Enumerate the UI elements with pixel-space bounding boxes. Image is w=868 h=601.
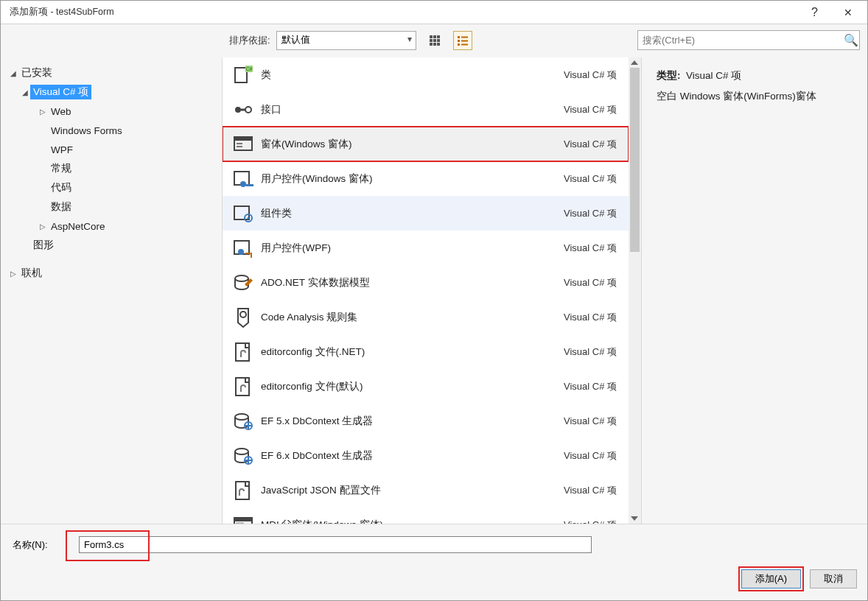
item-icon bbox=[225, 376, 261, 398]
item-label: Code Analysis 规则集 bbox=[261, 311, 564, 324]
tree-online[interactable]: ▷联机 bbox=[5, 264, 217, 283]
item-tag: Visual C# 项 bbox=[564, 311, 617, 324]
list-item[interactable]: C#类Visual C# 项 bbox=[223, 57, 629, 92]
item-tag: Visual C# 项 bbox=[564, 449, 617, 463]
item-icon bbox=[225, 133, 261, 155]
list-item[interactable]: editorconfig 文件(.NET)Visual C# 项 bbox=[223, 334, 629, 369]
svg-rect-4 bbox=[433, 39, 436, 42]
list-item[interactable]: Code Analysis 规则集Visual C# 项 bbox=[223, 300, 629, 334]
cancel-button[interactable]: 取消 bbox=[810, 569, 857, 588]
item-tag: Visual C# 项 bbox=[564, 207, 617, 220]
svg-point-37 bbox=[235, 414, 248, 420]
svg-rect-11 bbox=[458, 40, 460, 42]
svg-rect-1 bbox=[433, 35, 436, 38]
item-label: 接口 bbox=[261, 103, 564, 116]
svg-rect-23 bbox=[237, 143, 242, 144]
svg-rect-13 bbox=[458, 43, 460, 46]
item-label: ADO.NET 实体数据模型 bbox=[261, 276, 564, 289]
scrollbar[interactable] bbox=[629, 57, 641, 524]
dialog-window: 添加新项 - test4SubForm ? ✕ 排序依据: 默认值 🔍 bbox=[0, 0, 868, 601]
tree-winforms[interactable]: Windows Forms bbox=[5, 121, 217, 140]
svg-text:C#: C# bbox=[246, 66, 253, 71]
sort-select[interactable]: 默认值 bbox=[276, 31, 416, 50]
svg-point-19 bbox=[245, 107, 251, 113]
item-label: 用户控件(Windows 窗体) bbox=[261, 172, 564, 186]
tree-data[interactable]: 数据 bbox=[5, 197, 217, 217]
item-icon bbox=[225, 306, 261, 328]
item-icon bbox=[225, 514, 261, 524]
item-tag: Visual C# 项 bbox=[564, 345, 617, 359]
name-input[interactable] bbox=[79, 536, 592, 553]
list-item[interactable]: MDI 父窗体(Windows 窗体)Visual C# 项 bbox=[223, 507, 629, 524]
item-label: editorconfig 文件(.NET) bbox=[261, 345, 564, 359]
svg-rect-36 bbox=[236, 378, 249, 396]
info-panel: 类型: Visual C# 项 空白 Windows 窗体(WinForms)窗… bbox=[642, 57, 867, 524]
item-label: 用户控件(WPF) bbox=[261, 242, 564, 255]
svg-rect-28 bbox=[234, 206, 249, 219]
svg-point-33 bbox=[235, 275, 248, 281]
category-tree[interactable]: ◢已安装 ◢Visual C# 项 ▷Web Windows Forms WPF… bbox=[1, 57, 222, 524]
item-tag: Visual C# 项 bbox=[564, 380, 617, 393]
tree-wpf[interactable]: WPF bbox=[5, 140, 217, 159]
list-item[interactable]: 组件类Visual C# 项 bbox=[223, 196, 629, 231]
item-icon: C# bbox=[225, 64, 261, 86]
close-button[interactable]: ✕ bbox=[831, 1, 864, 24]
search-icon[interactable]: 🔍 bbox=[843, 33, 859, 47]
item-icon bbox=[225, 203, 261, 225]
list-item[interactable]: EF 5.x DbContext 生成器Visual C# 项 bbox=[223, 404, 629, 438]
help-button[interactable]: ? bbox=[798, 1, 831, 24]
tree-vcsharp[interactable]: ◢Visual C# 项 bbox=[5, 82, 217, 102]
svg-rect-14 bbox=[461, 43, 468, 45]
tree-web[interactable]: ▷Web bbox=[5, 102, 217, 121]
svg-rect-6 bbox=[430, 43, 433, 46]
list-item[interactable]: ADO.NET 实体数据模型Visual C# 项 bbox=[223, 265, 629, 300]
item-tag: Visual C# 项 bbox=[564, 172, 617, 186]
item-label: 类 bbox=[261, 68, 564, 82]
info-type-label: 类型: bbox=[657, 70, 681, 81]
svg-rect-27 bbox=[246, 184, 253, 186]
list-item[interactable]: 用户控件(WPF)Visual C# 项 bbox=[223, 231, 629, 265]
scrollbar-thumb[interactable] bbox=[630, 68, 640, 252]
info-type-value: Visual C# 项 bbox=[686, 70, 741, 81]
view-list-button[interactable] bbox=[453, 31, 472, 50]
svg-rect-35 bbox=[236, 343, 249, 361]
tree-general[interactable]: 常规 bbox=[5, 159, 217, 178]
toolbar: 排序依据: 默认值 🔍 bbox=[1, 24, 867, 57]
window-title: 添加新项 - test4SubForm bbox=[10, 6, 798, 18]
svg-rect-10 bbox=[461, 36, 468, 38]
search-box[interactable]: 🔍 bbox=[637, 30, 860, 50]
svg-rect-7 bbox=[433, 43, 436, 46]
search-input[interactable] bbox=[638, 33, 843, 47]
item-tag: Visual C# 项 bbox=[564, 415, 617, 428]
list-item[interactable]: JavaScript JSON 配置文件Visual C# 项 bbox=[223, 473, 629, 507]
item-tag: Visual C# 项 bbox=[564, 276, 617, 289]
main-area: ◢已安装 ◢Visual C# 项 ▷Web Windows Forms WPF… bbox=[1, 57, 867, 524]
list-item[interactable]: editorconfig 文件(默认)Visual C# 项 bbox=[223, 369, 629, 404]
item-label: MDI 父窗体(Windows 窗体) bbox=[261, 519, 564, 524]
list-item[interactable]: 用户控件(Windows 窗体)Visual C# 项 bbox=[223, 161, 629, 196]
list-item[interactable]: 窗体(Windows 窗体)Visual C# 项 bbox=[223, 127, 629, 161]
sort-value[interactable]: 默认值 bbox=[276, 31, 416, 50]
svg-rect-41 bbox=[236, 482, 249, 499]
add-button[interactable]: 添加(A) bbox=[741, 569, 801, 588]
view-grid-button[interactable] bbox=[425, 31, 444, 50]
info-description: 空白 Windows 窗体(WinForms)窗体 bbox=[657, 90, 853, 103]
svg-point-39 bbox=[235, 449, 248, 454]
template-list[interactable]: C#类Visual C# 项接口Visual C# 项窗体(Windows 窗体… bbox=[223, 57, 629, 524]
svg-rect-5 bbox=[437, 39, 440, 42]
item-tag: Visual C# 项 bbox=[564, 242, 617, 255]
template-list-pane: C#类Visual C# 项接口Visual C# 项窗体(Windows 窗体… bbox=[222, 57, 642, 524]
item-tag: Visual C# 项 bbox=[564, 68, 617, 82]
tree-code[interactable]: 代码 bbox=[5, 178, 217, 197]
list-item[interactable]: 接口Visual C# 项 bbox=[223, 92, 629, 127]
svg-rect-3 bbox=[430, 39, 433, 42]
tree-aspnetcore[interactable]: ▷AspNetCore bbox=[5, 217, 217, 236]
svg-point-26 bbox=[240, 181, 246, 187]
item-icon bbox=[225, 168, 261, 190]
svg-rect-9 bbox=[458, 36, 460, 38]
svg-point-18 bbox=[235, 107, 241, 113]
name-label: 名称(N): bbox=[13, 538, 79, 552]
list-item[interactable]: EF 6.x DbContext 生成器Visual C# 项 bbox=[223, 438, 629, 473]
tree-installed[interactable]: ◢已安装 bbox=[5, 63, 217, 82]
tree-graphics[interactable]: 图形 bbox=[5, 236, 217, 255]
